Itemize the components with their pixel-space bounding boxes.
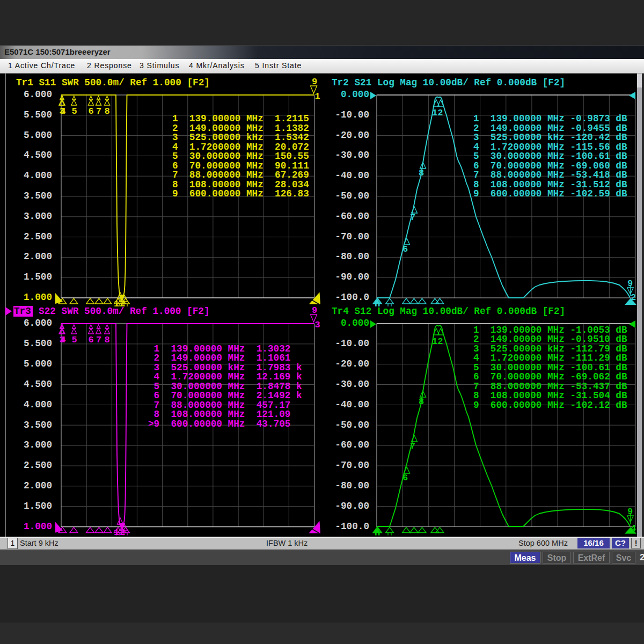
- svg-text:7: 7: [96, 335, 101, 345]
- svg-text:12: 12: [432, 108, 443, 118]
- svg-text:5: 5: [72, 106, 77, 116]
- svg-text:8: 8: [105, 335, 110, 345]
- svg-text:9: 9: [312, 77, 317, 87]
- svg-text:9: 9: [312, 305, 317, 316]
- svg-text:7: 7: [96, 106, 101, 116]
- svg-text:6: 6: [89, 106, 94, 116]
- svg-text:8: 8: [419, 397, 424, 407]
- svg-text:7: 7: [410, 213, 415, 223]
- svg-text:6: 6: [402, 244, 408, 254]
- svg-text:12: 12: [432, 336, 443, 347]
- svg-text:8: 8: [105, 106, 110, 116]
- svg-text:5: 5: [72, 335, 77, 345]
- svg-text:6: 6: [89, 335, 94, 345]
- svg-text:7: 7: [410, 441, 415, 451]
- svg-text:8: 8: [419, 168, 424, 178]
- svg-text:4: 4: [61, 106, 66, 116]
- svg-text:6: 6: [402, 473, 408, 483]
- svg-text:4: 4: [61, 335, 66, 345]
